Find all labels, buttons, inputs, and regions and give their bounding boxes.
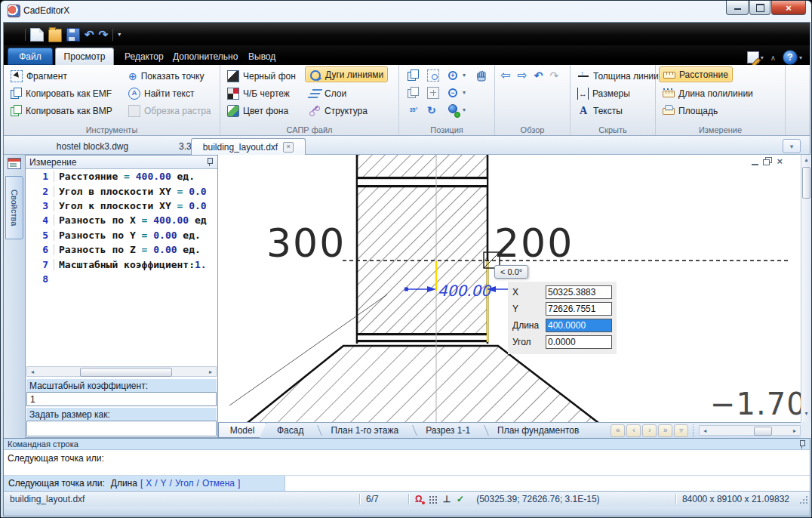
- title-bar[interactable]: CadEditorX ×: [1, 1, 811, 22]
- scroll-left-icon[interactable]: ◂: [27, 368, 38, 375]
- angle-value-field[interactable]: 0.0000: [546, 335, 612, 349]
- scroll-left-icon[interactable]: ◂: [700, 427, 710, 434]
- redo-icon[interactable]: ↷: [99, 29, 109, 40]
- zoom-window-button[interactable]: [423, 67, 443, 83]
- panel-h-scrollbar[interactable]: ◂ ▸: [26, 366, 217, 377]
- view-undo-icon[interactable]: ↶: [534, 69, 543, 82]
- pan-button[interactable]: [472, 67, 491, 83]
- prompt-option-cancel[interactable]: Отмена: [202, 478, 235, 489]
- command-input[interactable]: [285, 476, 810, 491]
- tab-view[interactable]: Просмотр: [55, 48, 114, 65]
- tab-menu-button[interactable]: ▿: [674, 424, 688, 437]
- structure-button[interactable]: Структура: [305, 103, 371, 119]
- show-point-button[interactable]: ⊕ Показать точку: [125, 68, 208, 84]
- layout-tab-razrez[interactable]: Разрез 1-1: [415, 425, 481, 436]
- scrollbar-thumb[interactable]: [80, 368, 172, 377]
- minimize-button[interactable]: [726, 1, 749, 15]
- layers-button[interactable]: Слои: [305, 85, 350, 101]
- ortho-toggle-icon[interactable]: ⊥: [443, 494, 451, 504]
- layout-tab-plan1[interactable]: План 1-го этажа: [320, 425, 409, 436]
- zoom-out-icon: −: [448, 88, 457, 97]
- set-size-input[interactable]: [26, 421, 217, 436]
- find-text-button[interactable]: A Найти текст: [125, 85, 198, 101]
- markup-tool-button[interactable]: ▾: [747, 51, 764, 63]
- prev-tab-button[interactable]: ‹: [626, 424, 641, 437]
- scrollbar-thumb[interactable]: [802, 167, 810, 199]
- tab-output[interactable]: Вывод: [239, 48, 285, 65]
- scroll-right-icon[interactable]: ▸: [789, 427, 800, 434]
- pin-icon[interactable]: [798, 440, 806, 449]
- scroll-right-icon[interactable]: ▸: [205, 368, 216, 375]
- qat-customize-caret-icon[interactable]: ▾: [118, 31, 121, 38]
- copy-emf-button[interactable]: Копировать как EMF: [7, 85, 115, 101]
- status-filename: building_layout.dxf: [4, 494, 359, 504]
- sidebar-tab-properties[interactable]: Свойства: [5, 176, 23, 239]
- black-bg-button[interactable]: Черный фон: [223, 68, 300, 84]
- resize-grip[interactable]: [798, 495, 808, 504]
- zoom-in-button[interactable]: + ▾: [443, 67, 469, 83]
- prompt-option-x[interactable]: X: [146, 478, 152, 489]
- save-file-icon[interactable]: [66, 28, 80, 42]
- scroll-up-icon[interactable]: ▴: [801, 156, 811, 163]
- draw-check-icon[interactable]: ✓: [457, 494, 464, 504]
- bw-drawing-button[interactable]: Ч/Б чертеж: [223, 85, 294, 101]
- scroll-down-icon[interactable]: ▾: [801, 410, 811, 417]
- layout-tab-fund[interactable]: План фундаментов: [487, 425, 589, 436]
- drawing-h-scrollbar[interactable]: ◂ ▸: [699, 425, 801, 436]
- last-tab-button[interactable]: »: [658, 424, 672, 437]
- layout-tab-fasad[interactable]: Фасад: [266, 425, 314, 436]
- help-button[interactable]: ? ▾: [783, 50, 802, 65]
- undo-icon[interactable]: ↶: [85, 29, 94, 40]
- next-tab-button[interactable]: ›: [642, 424, 657, 437]
- scrollbar-thumb[interactable]: [754, 427, 772, 436]
- view-back-icon[interactable]: ⇦: [500, 69, 510, 82]
- pin-icon[interactable]: [206, 158, 214, 166]
- mdi-minimize-icon[interactable]: [752, 162, 758, 165]
- measurement-results-list[interactable]: 1Расстояние = 400.00 ед. 2Угол в плоскос…: [26, 169, 217, 365]
- measure-polyline-button[interactable]: Длина полилинии: [659, 85, 757, 101]
- grid-toggle-icon[interactable]: [429, 495, 437, 504]
- snap-toggle-icon[interactable]: Ω: [415, 494, 423, 504]
- zoom-global-button[interactable]: ▾: [443, 102, 469, 118]
- first-tab-button[interactable]: «: [611, 424, 625, 437]
- zoom-out-button[interactable]: − ▾: [443, 85, 469, 100]
- maximize-button[interactable]: [749, 1, 770, 15]
- close-button[interactable]: ×: [771, 1, 806, 15]
- flip-pages-button[interactable]: [404, 67, 423, 83]
- hide-texts-button[interactable]: A Тексты: [574, 103, 626, 119]
- prompt-option-y[interactable]: Y: [161, 478, 167, 489]
- length-value-field[interactable]: 400.0000: [546, 319, 612, 332]
- mdi-close-icon[interactable]: ×: [777, 157, 783, 165]
- bg-color-button[interactable]: Цвет фона: [223, 103, 292, 119]
- view-forward-icon[interactable]: ⇨: [517, 69, 527, 82]
- arcs-as-lines-button[interactable]: Дуги линиями: [305, 66, 388, 82]
- hide-lineweight-button[interactable]: ↕ Толщина линии: [574, 68, 663, 84]
- drawing-v-scrollbar[interactable]: ▴ ▾: [801, 155, 811, 422]
- tab-close-icon[interactable]: ×: [283, 142, 294, 153]
- fragment-button[interactable]: Фрагмент: [7, 68, 71, 84]
- copy-bmp-button[interactable]: Копировать как BMP: [7, 103, 116, 119]
- collapse-ribbon-icon[interactable]: ∧: [770, 54, 776, 62]
- measure-area-button[interactable]: Площадь: [659, 103, 721, 119]
- layout-tab-model[interactable]: Model: [218, 423, 266, 438]
- doc-tab-active[interactable]: building_layout.dxf ×: [191, 138, 306, 155]
- copy-position-button[interactable]: [404, 85, 423, 100]
- scale-factor-input[interactable]: 1: [26, 392, 217, 406]
- new-file-icon[interactable]: [30, 28, 44, 42]
- mdi-restore-icon[interactable]: [763, 157, 772, 165]
- y-value-field[interactable]: 72626.7551: [546, 302, 612, 316]
- hide-dimensions-button[interactable]: ↔ Размеры: [574, 85, 634, 101]
- properties-panel-icon[interactable]: [8, 158, 21, 169]
- x-value-field[interactable]: 50325.3883: [546, 285, 612, 299]
- measure-distance-button[interactable]: Расстояние: [659, 66, 733, 82]
- open-file-icon[interactable]: [48, 29, 62, 42]
- refresh-view-button[interactable]: ↻: [423, 102, 440, 118]
- tab-file[interactable]: Файл: [8, 48, 53, 65]
- drawing-canvas[interactable]: 400.00 300 200 −1.70: [218, 155, 801, 422]
- prompt-option-angle[interactable]: Угол: [175, 478, 194, 489]
- tab-list-chevron-button[interactable]: ▾: [783, 139, 801, 153]
- doc-tab-1[interactable]: hostel block3.dwg: [26, 138, 158, 155]
- tab-extra[interactable]: Дополнительно: [164, 48, 247, 65]
- fit-extents-button[interactable]: [423, 85, 443, 100]
- rotate-35-button[interactable]: 35°: [404, 102, 423, 118]
